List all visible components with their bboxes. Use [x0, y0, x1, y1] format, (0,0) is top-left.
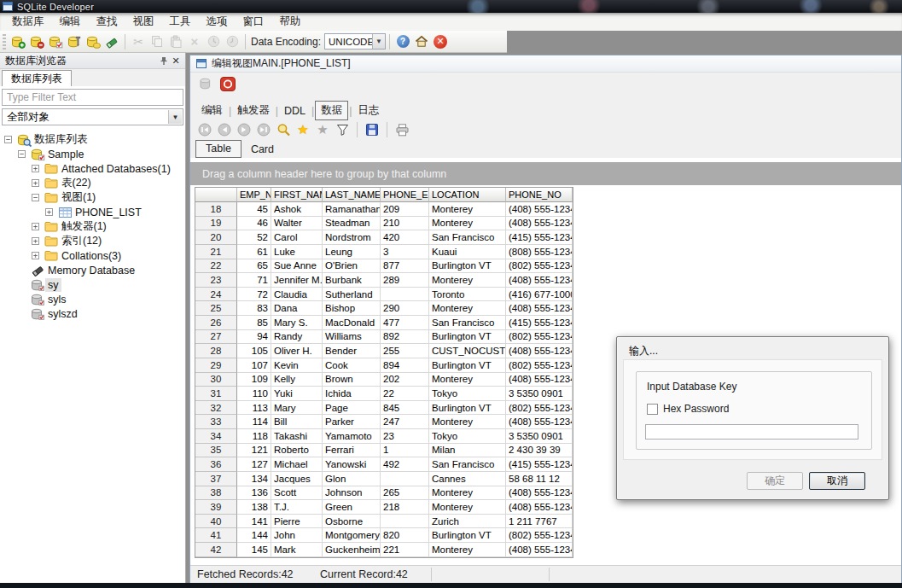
cell-last_name[interactable]: Steadman [323, 217, 381, 231]
cell-first_name[interactable]: Claudia [271, 288, 323, 302]
table-row[interactable]: 38136ScottJohnson265Monterey(408) 555-12… [195, 486, 573, 501]
cell-first_name[interactable]: Mark [271, 543, 323, 557]
cell-last_name[interactable]: Ichida [323, 387, 381, 401]
cell-last_name[interactable]: Parker [323, 415, 381, 429]
cancel-button[interactable]: 取消 [809, 472, 865, 490]
cell-phone_ext[interactable]: 209 [381, 202, 429, 217]
verify-database-icon[interactable] [46, 32, 65, 51]
cell-phone_ext[interactable]: 894 [381, 358, 429, 373]
bookmark-gray-icon[interactable]: ★ [314, 121, 331, 138]
cell-location[interactable]: Monterey [429, 500, 506, 515]
cell-location[interactable]: Tokyo [429, 429, 506, 444]
tree-item-syls[interactable]: syls [0, 292, 185, 306]
row-number[interactable]: 25 [195, 301, 237, 316]
cell-phone_no[interactable]: 1 211 7767 [506, 515, 573, 529]
row-number[interactable]: 38 [195, 486, 237, 501]
row-number[interactable]: 31 [195, 387, 237, 401]
view-tab-card[interactable]: Card [242, 142, 283, 158]
cell-phone_no[interactable]: (802) 555-1234 [506, 401, 573, 416]
tree-expander-icon[interactable]: − [4, 136, 12, 143]
attach-database-icon[interactable] [84, 32, 102, 51]
cell-last_name[interactable]: Brown [323, 373, 381, 387]
tree-expander-icon[interactable]: + [32, 179, 39, 187]
cell-emp_no[interactable]: 85 [237, 316, 271, 330]
tree-item--22-[interactable]: +表(22) [0, 176, 185, 190]
cell-last_name[interactable]: Bishop [323, 301, 381, 316]
cell-phone_ext[interactable]: 23 [381, 429, 429, 444]
cell-location[interactable]: Toronto [429, 288, 506, 302]
column-header-location[interactable]: LOCATION [429, 188, 506, 202]
row-number[interactable]: 24 [195, 288, 237, 302]
table-row[interactable]: 2161LukeLeung3Kuaui(808) 555-1234 [195, 245, 573, 259]
row-number[interactable]: 42 [195, 543, 237, 557]
cell-location[interactable]: Monterey [429, 301, 506, 316]
database-key-input[interactable] [645, 424, 858, 440]
hex-password-checkbox[interactable] [647, 404, 658, 415]
object-type-select[interactable]: 全部对象 ▼ [2, 108, 183, 125]
cell-phone_ext[interactable] [381, 472, 429, 486]
tree-item-sample[interactable]: −Sample [0, 147, 185, 161]
help-icon[interactable]: ? [393, 32, 412, 51]
cell-first_name[interactable]: Carol [271, 230, 323, 245]
cell-phone_ext[interactable]: 492 [381, 457, 429, 472]
filter-icon[interactable] [334, 121, 351, 138]
table-row[interactable]: 2052CarolNordstrom420San Francisco(415) … [195, 230, 573, 245]
cell-phone_ext[interactable]: 202 [381, 373, 429, 387]
table-row[interactable]: 34118TakashiYamamoto23Tokyo3 5350 0901 [195, 429, 573, 444]
commit-button[interactable] [196, 75, 214, 92]
cell-last_name[interactable]: Green [323, 500, 381, 515]
view-tab-table[interactable]: Table [195, 140, 242, 158]
cell-emp_no[interactable]: 127 [237, 457, 271, 472]
cell-emp_no[interactable]: 105 [237, 344, 271, 358]
bookmark-icon[interactable]: ★ [294, 121, 311, 138]
paste-icon[interactable] [166, 32, 185, 51]
cell-last_name[interactable]: Guckenheimer [323, 543, 381, 557]
cell-last_name[interactable]: Bender [323, 344, 381, 358]
cell-phone_no[interactable]: (802) 555-1234 [506, 259, 573, 274]
filter-input[interactable] [2, 89, 183, 106]
cell-emp_no[interactable]: 110 [237, 387, 271, 401]
data-encoding-select[interactable]: UNICODE ▼ [324, 33, 386, 49]
cell-emp_no[interactable]: 114 [237, 415, 271, 429]
cell-emp_no[interactable]: 144 [237, 528, 271, 543]
table-row[interactable]: 36127MichaelYanowski492San Francisco(415… [195, 457, 573, 472]
cell-last_name[interactable]: Yamamoto [323, 429, 381, 444]
nav-next-icon[interactable] [236, 121, 253, 138]
cell-last_name[interactable]: Burbank [323, 273, 381, 288]
row-number[interactable]: 36 [195, 457, 237, 472]
cell-first_name[interactable]: Pierre [271, 515, 323, 529]
cell-first_name[interactable]: Jennifer M. [271, 273, 323, 288]
toolbar-grip[interactable] [3, 34, 6, 49]
cell-phone_no[interactable]: (408) 555-1234 [506, 344, 573, 358]
cell-location[interactable]: San Francisco [429, 316, 506, 330]
cell-phone_no[interactable]: (408) 555-1234 [506, 217, 573, 231]
tree-expander-icon[interactable]: + [32, 165, 39, 172]
cell-emp_no[interactable]: 109 [237, 373, 271, 387]
table-row[interactable]: 29107KevinCook894Burlington VT(802) 555-… [195, 358, 573, 373]
table-row[interactable]: 1946WalterSteadman210Monterey(408) 555-1… [195, 217, 573, 231]
cell-location[interactable]: Burlington VT [429, 358, 506, 373]
cell-location[interactable]: Monterey [429, 415, 506, 429]
tree-expander-icon[interactable]: + [32, 252, 39, 259]
menu-item[interactable]: 工具 [162, 13, 199, 31]
cell-first_name[interactable]: Sue Anne [271, 259, 323, 274]
row-number[interactable]: 32 [195, 401, 237, 416]
cell-phone_ext[interactable]: 289 [381, 273, 429, 288]
cell-location[interactable]: Monterey [429, 217, 506, 231]
editor-tab-4[interactable]: 数据 [315, 101, 348, 120]
tree-item-attached-databases-1-[interactable]: +Attached Databases(1) [0, 161, 185, 176]
tree-expander-icon[interactable]: + [45, 208, 53, 216]
row-number[interactable]: 22 [195, 259, 237, 274]
cell-phone_ext[interactable]: 845 [381, 401, 429, 416]
cell-first_name[interactable]: Luke [271, 245, 323, 259]
cell-last_name[interactable]: Johnson [323, 486, 381, 501]
row-number[interactable]: 28 [195, 344, 237, 358]
cell-location[interactable]: Monterey [429, 273, 506, 288]
nav-prev-icon[interactable] [216, 121, 233, 138]
cell-emp_no[interactable]: 45 [237, 202, 271, 217]
cell-first_name[interactable]: Bill [271, 415, 323, 429]
cell-location[interactable]: Monterey [429, 202, 506, 217]
cell-first_name[interactable]: Mary S. [271, 316, 323, 330]
table-row[interactable]: 33114BillParker247Monterey(408) 555-1234 [195, 415, 573, 429]
tree-item--12-[interactable]: +索引(12) [0, 234, 185, 248]
